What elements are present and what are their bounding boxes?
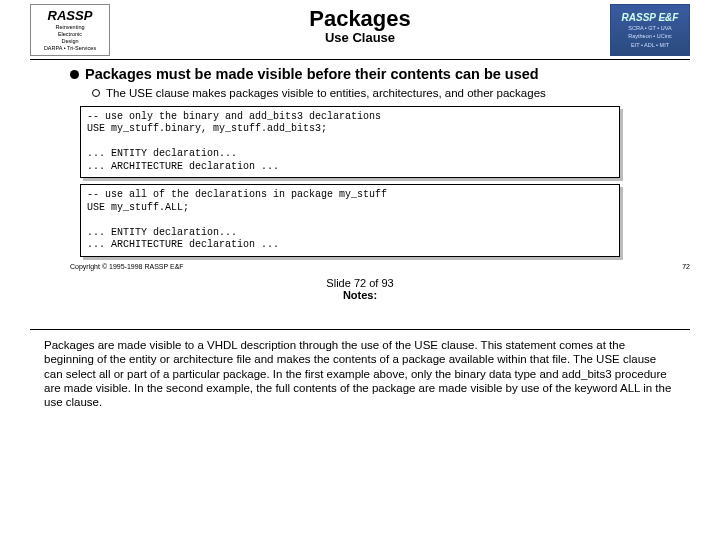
code-block-2: -- use all of the declarations in packag…: [80, 184, 620, 257]
notes-divider: [30, 329, 690, 330]
title-block: Packages Use Clause: [110, 4, 610, 45]
bullet-ring-icon: [92, 89, 100, 97]
copyright-text: Copyright © 1995-1998 RASSP E&F: [70, 263, 184, 270]
bullet-level2: The USE clause makes packages visible to…: [92, 87, 690, 100]
bullet2-text: The USE clause makes packages visible to…: [106, 87, 546, 100]
bullet-dot-icon: [70, 70, 79, 79]
logo-left: RASSP Reinventing Electronic Design DARP…: [30, 4, 110, 56]
slide-footer: Copyright © 1995-1998 RASSP E&F 72: [70, 263, 690, 275]
slide-counter: Slide 72 of 93: [30, 277, 690, 289]
logo-left-line3: Design: [61, 38, 78, 44]
bullet-level1: Packages must be made visible before the…: [70, 66, 690, 83]
notes-label: Notes:: [30, 289, 690, 301]
slide-container: RASSP Reinventing Electronic Design DARP…: [0, 0, 720, 410]
logo-right-line3: EIT • ADL • MIT: [631, 42, 669, 48]
logo-left-brand: RASSP: [48, 9, 93, 23]
logo-right: RASSP E&F SCRA • GT • UVA Raytheon • UCi…: [610, 4, 690, 56]
bullet1-text: Packages must be made visible before the…: [85, 66, 539, 83]
logo-right-line1: SCRA • GT • UVA: [628, 25, 671, 31]
logo-left-foot: DARPA • Tri-Services: [44, 45, 96, 51]
logo-left-line1: Reinventing: [55, 24, 84, 30]
slide-header: RASSP Reinventing Electronic Design DARP…: [30, 4, 690, 60]
logo-right-line2: Raytheon • UCinc: [628, 33, 672, 39]
slide-number: 72: [682, 263, 690, 270]
logo-right-brand: RASSP E&F: [622, 12, 679, 23]
slide-content: Packages must be made visible before the…: [30, 60, 690, 275]
code-block-1: -- use only the binary and add_bits3 dec…: [80, 106, 620, 179]
notes-body: Packages are made visible to a VHDL desc…: [30, 338, 690, 410]
logo-left-line2: Electronic: [58, 31, 82, 37]
slide-title: Packages: [110, 6, 610, 32]
slide-subtitle: Use Clause: [110, 30, 610, 45]
